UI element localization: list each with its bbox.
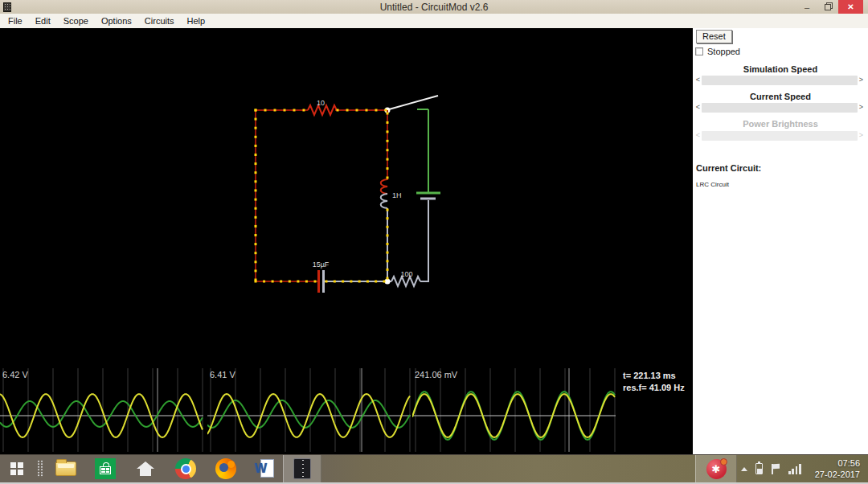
slider-track[interactable] xyxy=(702,103,858,113)
circuit-drawing: 10 1H xyxy=(0,28,693,368)
scope-2-voltage: 6.41 V xyxy=(210,370,235,379)
capacitor-label: 15µF xyxy=(313,260,330,269)
screen: Untitled - CircuitMod v2.6 – ✕ File Edit… xyxy=(0,0,868,484)
control-panel: Reset Stopped Simulation Speed < > Curre… xyxy=(693,28,868,454)
current-circuit-label: Current Circuit: xyxy=(696,163,761,173)
menu-options[interactable]: Options xyxy=(95,16,138,26)
frequency-readout: res.f= 41.09 Hz xyxy=(623,382,685,394)
menu-edit[interactable]: Edit xyxy=(29,16,57,26)
resistor-10-label: 10 xyxy=(317,99,325,107)
slider-left-arrow: < xyxy=(694,130,702,141)
clock-time: 07:56 xyxy=(815,457,860,469)
network-tray-button[interactable] xyxy=(788,463,801,474)
home-button[interactable] xyxy=(125,455,166,482)
slider-right-arrow[interactable]: > xyxy=(858,102,865,113)
chrome-button[interactable] xyxy=(166,455,206,482)
menu-file[interactable]: File xyxy=(2,16,29,26)
inductor-1h[interactable]: 1H xyxy=(381,110,402,281)
scope-pane-3[interactable]: 241.06 mV xyxy=(412,368,616,452)
signal-bars-icon xyxy=(788,463,801,474)
power-brightness-label: Power Brightness xyxy=(693,119,868,129)
slider-track xyxy=(702,131,858,141)
current-speed-label: Current Speed xyxy=(693,92,868,101)
scope-pane-2[interactable]: 6.41 V xyxy=(207,368,411,452)
windows-logo-icon xyxy=(10,462,23,475)
restore-icon xyxy=(825,3,832,10)
circuit-canvas[interactable]: 10 1H xyxy=(0,28,693,454)
firefox-button[interactable] xyxy=(206,455,246,482)
file-explorer-button[interactable] xyxy=(47,455,85,482)
simulation-speed-slider[interactable]: < > xyxy=(694,75,865,85)
store-icon xyxy=(95,458,116,479)
resistor-100[interactable]: 100 xyxy=(325,270,428,286)
resistor-100-label: 100 xyxy=(400,270,412,278)
current-speed-slider[interactable]: < > xyxy=(694,102,865,113)
clock-date: 27-02-2017 xyxy=(815,469,860,480)
word-icon: W xyxy=(255,458,274,479)
slider-right-arrow[interactable]: > xyxy=(858,75,865,85)
firefox-icon xyxy=(215,458,236,479)
switch-open[interactable] xyxy=(385,96,439,113)
antivirus-tray-button[interactable]: ✱ xyxy=(695,455,737,482)
start-button[interactable] xyxy=(0,455,34,482)
menu-scope[interactable]: Scope xyxy=(57,16,95,26)
menu-help[interactable]: Help xyxy=(181,16,212,26)
battery-tray-button[interactable] xyxy=(755,463,763,474)
flag-icon xyxy=(771,464,780,474)
inductor-label: 1H xyxy=(392,191,402,199)
hidden-icons-button[interactable] xyxy=(741,467,747,471)
slider-left-arrow[interactable]: < xyxy=(694,75,702,85)
restore-button[interactable] xyxy=(817,0,838,14)
taskbar: W ✱ 07:56 27-02-2017 xyxy=(0,454,868,484)
stopped-checkbox[interactable] xyxy=(695,47,703,55)
slider-track[interactable] xyxy=(702,76,858,85)
title-bar: Untitled - CircuitMod v2.6 – ✕ xyxy=(0,0,868,14)
chrome-icon xyxy=(175,458,196,479)
scope-1-voltage: 6.42 V xyxy=(2,370,28,379)
windows-store-button[interactable] xyxy=(85,455,125,482)
voltage-source[interactable] xyxy=(416,109,440,282)
close-button[interactable]: ✕ xyxy=(838,0,863,14)
menu-bar: File Edit Scope Options Circuits Help xyxy=(0,14,868,28)
power-brightness-slider: < > xyxy=(694,130,865,141)
capacitor-15uf[interactable]: 15µF xyxy=(313,260,330,293)
slider-right-arrow: > xyxy=(858,130,865,141)
resistor-10[interactable]: 10 xyxy=(308,99,337,115)
battery-icon xyxy=(755,463,763,474)
scope-area: 6.42 V 6.41 V 241.06 mV xyxy=(0,368,616,452)
reset-button[interactable]: Reset xyxy=(696,30,732,43)
home-icon xyxy=(137,461,154,476)
scope-3-voltage: 241.06 mV xyxy=(415,370,457,379)
scope-readouts: t= 221.13 ms res.f= 41.09 Hz xyxy=(623,370,685,394)
circuitmod-taskbar-button[interactable] xyxy=(283,455,321,482)
action-center-button[interactable] xyxy=(771,464,780,474)
scope-pane-1[interactable]: 6.42 V xyxy=(0,368,203,452)
antivirus-icon: ✱ xyxy=(706,459,727,479)
stopped-label: Stopped xyxy=(707,47,740,56)
folder-icon xyxy=(55,461,76,476)
junction-node xyxy=(385,279,391,285)
pinned-dots-icon xyxy=(34,455,47,482)
window-title: Untitled - CircuitMod v2.6 xyxy=(0,2,868,13)
current-flow-dots xyxy=(255,109,389,283)
minimize-button[interactable]: – xyxy=(796,0,817,14)
word-button[interactable]: W xyxy=(246,455,283,482)
circuitmod-icon xyxy=(293,458,311,479)
wire-loop[interactable] xyxy=(256,109,387,282)
time-readout: t= 221.13 ms xyxy=(623,370,685,382)
slider-left-arrow[interactable]: < xyxy=(694,102,702,113)
menu-circuits[interactable]: Circuits xyxy=(138,16,181,26)
current-circuit-name: LRC Circuit xyxy=(696,181,729,188)
caret-up-icon xyxy=(741,467,747,471)
taskbar-clock[interactable]: 07:56 27-02-2017 xyxy=(815,457,860,480)
simulation-speed-label: Simulation Speed xyxy=(693,64,868,74)
